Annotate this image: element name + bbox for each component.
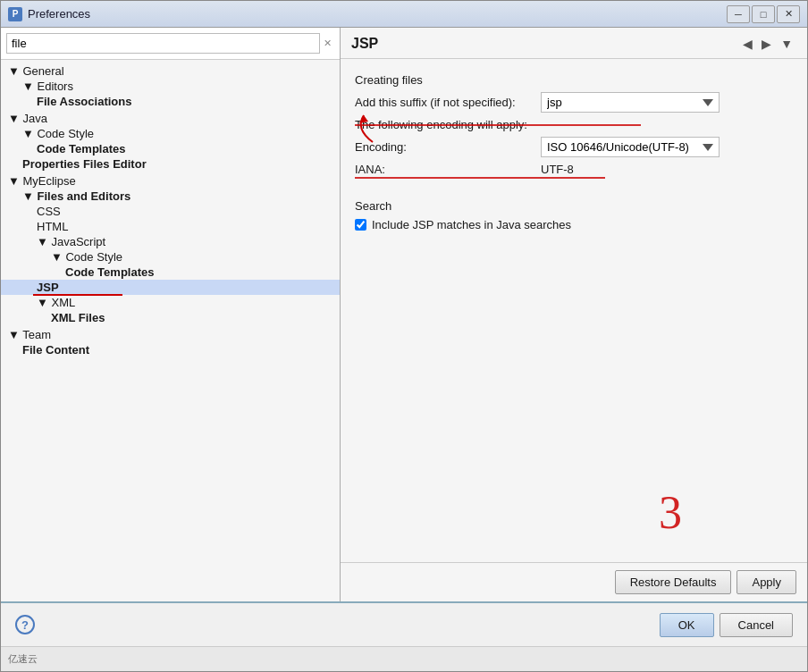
restore-defaults-button[interactable]: Restore Defaults: [615, 570, 732, 594]
jsp-underline-svg: [33, 292, 140, 298]
right-panel: JSP ◀ ▶ ▼ Creating files Add this suffix…: [341, 28, 807, 601]
xml-label: ▼ XML: [4, 296, 75, 309]
bottom-bar: ? OK Cancel: [1, 601, 807, 646]
nav-arrows: ◀ ▶ ▼: [739, 35, 796, 53]
tree-item-editors[interactable]: ▼ Editors: [1, 79, 340, 94]
nav-dropdown-icon[interactable]: ▼: [777, 35, 796, 53]
tree-item-file-associations[interactable]: File Associations: [1, 94, 340, 109]
xml-files-label: XML Files: [4, 311, 105, 324]
jsp-search-label: Include JSP matches in Java searches: [372, 218, 571, 231]
search-section: Search Include JSP matches in Java searc…: [355, 199, 793, 231]
search-input[interactable]: [6, 33, 320, 54]
encoding-select[interactable]: ISO 10646/Unicode(UTF-8) UTF-8 UTF-16 US…: [541, 137, 720, 157]
app-icon: P: [8, 7, 22, 21]
encoding-header-label: The following encoding will apply:: [355, 118, 527, 131]
nav-back-icon[interactable]: ◀: [739, 35, 756, 53]
creating-files-section: Creating files Add this suffix (if not s…: [355, 73, 793, 181]
tree-item-files-and-editors[interactable]: ▼ Files and Editors: [1, 189, 340, 204]
minimize-button[interactable]: ─: [727, 5, 750, 23]
tree-area: ▼ General ▼ Editors File Associations ▼ …: [1, 60, 340, 601]
left-panel: ✕ ▼ General ▼ Editors File Associations …: [1, 28, 341, 601]
window-title: Preferences: [28, 7, 727, 21]
right-body: Creating files Add this suffix (if not s…: [341, 59, 807, 601]
tree-item-javascript[interactable]: ▼ JavaScript: [1, 234, 340, 249]
right-title: JSP: [351, 36, 378, 52]
file-associations-label: File Associations: [4, 95, 131, 108]
files-and-editors-label: ▼ Files and Editors: [4, 189, 130, 203]
editors-label: ▼ Editors: [4, 80, 73, 93]
nav-forward-icon[interactable]: ▶: [758, 35, 775, 53]
code-style-js-label: ▼ Code Style: [4, 250, 122, 264]
myeclipse-label: ▼ MyEclipse: [4, 174, 76, 188]
suffix-row: Add this suffix (if not specified): jsp …: [355, 92, 793, 113]
team-label: ▼ Team: [4, 328, 51, 341]
javascript-label: ▼ JavaScript: [4, 235, 105, 248]
right-header: JSP ◀ ▶ ▼: [341, 28, 807, 59]
cancel-button[interactable]: Cancel: [720, 613, 793, 637]
help-icon[interactable]: ?: [15, 615, 35, 634]
jsp-search-checkbox[interactable]: [355, 219, 366, 231]
search-section-label: Search: [355, 199, 793, 213]
bottom-buttons: OK Cancel: [660, 613, 793, 637]
file-content-label: File Content: [4, 343, 89, 357]
preferences-window: P Preferences ─ □ ✕ ✕ ▼ General ▼: [0, 0, 808, 672]
watermark-bar: 亿速云: [1, 646, 807, 671]
tree-item-code-templates-js[interactable]: Code Templates: [1, 265, 340, 280]
number-annotation: 3: [659, 486, 682, 539]
encoding-header-row: The following encoding will apply:: [355, 118, 793, 131]
java-label: ▼ Java: [4, 112, 47, 125]
code-style-label: ▼ Code Style: [4, 127, 94, 140]
close-button[interactable]: ✕: [777, 5, 800, 23]
html-label: HTML: [4, 220, 68, 233]
suffix-label: Add this suffix (if not specified):: [355, 96, 534, 109]
tree-item-code-style[interactable]: ▼ Code Style: [1, 126, 340, 141]
tree-item-xml-files[interactable]: XML Files: [1, 310, 340, 325]
tree-item-html[interactable]: HTML: [1, 219, 340, 234]
watermark-text: 亿速云: [8, 652, 38, 666]
tree-item-general[interactable]: ▼ General: [1, 63, 340, 79]
tree-item-properties-files-editor[interactable]: Properties Files Editor: [1, 156, 340, 172]
code-templates-java-label: Code Templates: [4, 142, 125, 155]
apply-button[interactable]: Apply: [736, 570, 796, 594]
css-label: CSS: [4, 205, 61, 218]
tree-item-css[interactable]: CSS: [1, 204, 340, 219]
creating-files-label: Creating files: [355, 73, 793, 87]
title-bar: P Preferences ─ □ ✕: [1, 1, 807, 28]
maximize-button[interactable]: □: [752, 5, 775, 23]
tree-item-java[interactable]: ▼ Java: [1, 111, 340, 126]
properties-files-editor-label: Properties Files Editor: [4, 157, 147, 171]
tree-item-file-content[interactable]: File Content: [1, 342, 340, 357]
right-footer: Restore Defaults Apply: [341, 562, 807, 601]
ok-button[interactable]: OK: [660, 613, 714, 637]
code-templates-js-label: Code Templates: [4, 265, 154, 279]
tree-item-team[interactable]: ▼ Team: [1, 327, 340, 342]
search-bar: ✕: [1, 28, 340, 60]
iana-underline-container: [355, 174, 793, 181]
suffix-select[interactable]: jsp html htm: [541, 92, 720, 113]
iana-underline-svg: [355, 174, 623, 181]
encoding-label: Encoding:: [355, 140, 534, 154]
window-controls: ─ □ ✕: [727, 5, 800, 23]
tree-item-myeclipse[interactable]: ▼ MyEclipse: [1, 173, 340, 189]
encoding-row: Encoding: ISO 10646/Unicode(UTF-8) UTF-8…: [355, 137, 793, 157]
checkbox-row: Include JSP matches in Java searches: [355, 218, 793, 231]
tree-item-code-style-js[interactable]: ▼ Code Style: [1, 249, 340, 265]
main-content: ✕ ▼ General ▼ Editors File Associations …: [1, 28, 807, 601]
general-label: ▼ General: [4, 64, 64, 78]
search-clear-icon[interactable]: ✕: [320, 37, 334, 51]
tree-item-code-templates-java[interactable]: Code Templates: [1, 141, 340, 156]
